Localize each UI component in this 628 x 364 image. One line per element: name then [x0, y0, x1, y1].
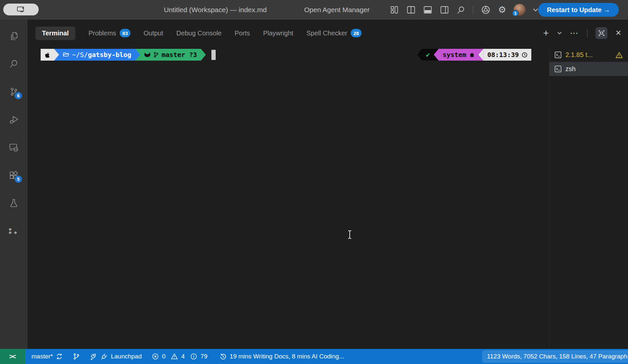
prompt-time-segment: 08:13:39 — [483, 49, 531, 61]
customize-layout-icon[interactable] — [390, 6, 399, 14]
browser-icon[interactable] — [481, 5, 491, 15]
titlebar: Untitled (Workspace) — index.md Open Age… — [0, 0, 628, 20]
search-icon[interactable] — [457, 6, 465, 14]
error-icon — [152, 353, 159, 360]
tab-output[interactable]: Output — [144, 29, 163, 37]
branch-status-item[interactable]: master* — [31, 353, 63, 360]
powerline-arrow — [434, 49, 439, 61]
chevron-down-icon[interactable] — [533, 8, 538, 12]
path-prefix: ~/S/ — [72, 51, 88, 59]
remote-explorer-icon — [9, 143, 19, 152]
terminal-viewport[interactable]: ~/S/gatsby-blog master ?3 — [28, 47, 549, 349]
document-stats-label: 1123 Words, 7052 Chars, 158 Lines, 47 Pa… — [487, 353, 627, 360]
remote-icon: >< — [9, 353, 15, 360]
explorer-icon — [9, 31, 19, 41]
toggle-secondary-sidebar-icon[interactable] — [440, 6, 449, 14]
host-name: system — [442, 51, 466, 59]
history-icon — [219, 353, 227, 360]
toggle-panel-icon[interactable] — [423, 6, 432, 14]
tab-spell-checker[interactable]: Spell Checker 28 — [306, 29, 362, 37]
search-sidebar-icon — [9, 59, 19, 69]
path-folder: gatsby-blog — [88, 51, 131, 59]
screen-sharing-pill[interactable] — [3, 4, 39, 15]
warning-count-icon — [171, 353, 178, 360]
window-title: Untitled (Workspace) — index.md — [164, 0, 267, 20]
account-avatar[interactable]: 1 — [514, 4, 525, 16]
git-graph-status-icon[interactable] — [73, 353, 80, 360]
tab-ports[interactable]: Ports — [235, 29, 250, 37]
spell-checker-badge: 28 — [351, 29, 362, 37]
settings-gear-icon[interactable]: ⚙ — [498, 6, 506, 14]
extensions-badge: 5 — [15, 176, 22, 183]
sidebar-item-explorer[interactable] — [9, 31, 19, 41]
status-bar: >< master* — [0, 349, 628, 364]
more-actions-ellipsis[interactable]: • • • — [9, 226, 19, 236]
rocket-icon — [90, 353, 97, 360]
maximize-panel-button[interactable] — [596, 27, 607, 39]
open-agent-manager-button[interactable]: Open Agent Manager — [304, 0, 370, 20]
tab-debug-console[interactable]: Debug Console — [176, 29, 222, 37]
screen-share-icon — [16, 6, 26, 13]
terminal-list-label: zsh — [565, 65, 576, 73]
panel-actions-divider — [587, 29, 587, 37]
prompt-os-segment — [41, 49, 54, 61]
problems-status-item[interactable]: 0 4 79 — [152, 353, 209, 360]
time-tracking-label: 19 mins Writing Docs, 8 mins AI Coding..… — [230, 353, 344, 360]
activity-bar: 6 5 • • • — [0, 20, 28, 349]
sidebar-item-run-debug[interactable] — [9, 114, 19, 125]
sidebar-item-source-control[interactable]: 6 — [9, 86, 19, 97]
sidebar-item-extensions[interactable]: 5 — [9, 170, 19, 181]
folder-open-icon — [63, 52, 69, 57]
restart-to-update-button[interactable]: Restart to Update → — [538, 3, 619, 17]
apple-icon — [45, 52, 50, 58]
time-tracking-status-item[interactable]: 19 mins Writing Docs, 8 mins AI Coding..… — [219, 353, 344, 360]
sync-icon — [56, 353, 63, 360]
terminal-icon — [554, 65, 562, 73]
titlebar-divider — [473, 6, 473, 14]
powerline-arrow — [201, 49, 206, 61]
launchpad-label: Launchpad — [111, 353, 142, 360]
terminal-list-item-node[interactable]: 2.1.85 t... — [549, 48, 628, 62]
panel-actions: + ⋯ ✕ — [543, 27, 621, 39]
error-count: 0 — [162, 353, 166, 360]
sidebar-item-remote-explorer[interactable] — [9, 142, 19, 153]
document-stats-item[interactable]: 1123 Words, 7052 Chars, 158 Lines, 47 Pa… — [482, 350, 628, 363]
panel-tabs: Terminal Problems 83 Output Debug Consol… — [35, 27, 362, 40]
remote-indicator[interactable]: >< — [0, 349, 25, 364]
split-editor-icon[interactable] — [406, 6, 416, 14]
source-control-badge: 6 — [15, 92, 22, 99]
info-count: 79 — [201, 353, 207, 360]
untracked-count: ?3 — [189, 51, 197, 59]
plug-icon — [100, 353, 108, 360]
terminal-dropdown-chevron-icon[interactable] — [557, 31, 562, 35]
mouse-ibeam-cursor — [346, 229, 353, 240]
sidebar-item-testing[interactable] — [9, 198, 19, 208]
prompt-host-segment: system — [439, 49, 478, 61]
prompt-status-segment: ✔ — [422, 49, 434, 61]
new-terminal-icon[interactable]: + — [543, 28, 549, 38]
terminal-list-item-zsh[interactable]: zsh — [549, 62, 628, 76]
prompt-left: ~/S/gatsby-blog master ?3 — [41, 49, 216, 61]
tab-problems[interactable]: Problems 83 — [88, 29, 130, 37]
terminal-icon — [554, 51, 562, 59]
sidebar-item-search[interactable] — [9, 59, 19, 69]
powerline-arrow — [54, 49, 59, 61]
tab-terminal[interactable]: Terminal — [35, 27, 75, 40]
close-panel-icon[interactable]: ✕ — [616, 29, 621, 37]
testing-flask-icon — [9, 198, 19, 208]
warning-count: 4 — [181, 353, 185, 360]
warning-icon — [616, 52, 623, 58]
panel-more-actions-icon[interactable]: ⋯ — [570, 29, 579, 37]
launchpad-status-item[interactable]: Launchpad — [90, 353, 142, 360]
gitlab-icon — [144, 52, 150, 58]
branch-label: master* — [31, 353, 53, 360]
clock-time: 08:13:39 — [487, 51, 519, 59]
maximize-panel-icon — [598, 29, 605, 37]
terminal-cursor — [211, 50, 216, 60]
powerline-arrow — [135, 49, 140, 61]
info-icon — [190, 353, 197, 360]
tab-playwright[interactable]: Playwright — [263, 29, 293, 37]
prompt-git-segment: master ?3 — [140, 49, 201, 61]
terminal-list-label: 2.1.85 t... — [565, 51, 593, 59]
branch-name: master — [162, 51, 185, 59]
